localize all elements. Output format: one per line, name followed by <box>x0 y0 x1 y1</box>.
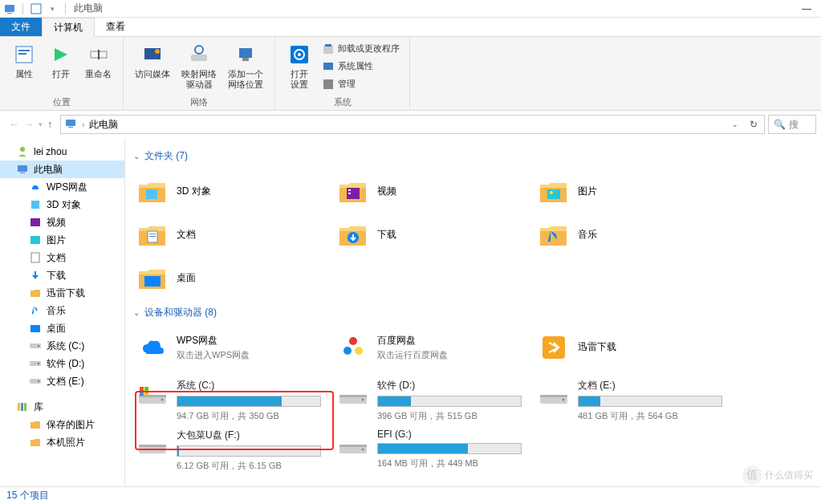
manage-icon <box>322 78 335 91</box>
tree-item[interactable]: 视频 <box>0 213 124 231</box>
tree-user[interactable]: lei zhou <box>0 143 124 161</box>
svg-rect-27 <box>31 201 39 209</box>
svg-rect-61 <box>140 392 144 396</box>
tree-item[interactable]: 图片 <box>0 231 124 249</box>
breadcrumb[interactable]: 此电脑 <box>89 118 118 132</box>
drive-icon <box>136 379 169 411</box>
svg-rect-31 <box>30 325 40 332</box>
svg-rect-62 <box>144 392 148 396</box>
search-input[interactable]: 🔍 搜 <box>768 115 816 134</box>
media-icon <box>140 42 165 67</box>
add-network-location-button[interactable]: 添加一个 网络位置 <box>223 40 268 91</box>
svg-rect-38 <box>18 403 20 411</box>
network-location-icon <box>233 42 258 67</box>
tree-item[interactable]: 软件 (D:) <box>0 355 124 372</box>
tree-libraries[interactable]: 库 <box>0 398 124 416</box>
svg-rect-45 <box>547 189 560 199</box>
recent-dropdown[interactable]: ▾ <box>39 120 43 128</box>
system-properties-button[interactable]: 系统属性 <box>319 58 403 75</box>
pc-icon <box>16 163 29 176</box>
drives-grid: 系统 (C:)94.7 GB 可用，共 350 GB软件 (D:)396 GB … <box>125 372 821 478</box>
search-placeholder: 搜 <box>789 118 799 132</box>
tree-item[interactable]: 文档 (E:) <box>0 372 124 390</box>
forward-button[interactable]: → <box>24 119 34 130</box>
drive-icon <box>337 379 369 411</box>
cloud-drive-item[interactable]: 迅雷下载 <box>534 326 735 369</box>
cloud-icon <box>337 331 369 364</box>
app-icon <box>3 2 16 15</box>
minimize-button[interactable]: — <box>802 3 811 14</box>
rename-button[interactable]: 重命名 <box>80 40 116 81</box>
svg-rect-4 <box>18 50 30 51</box>
folder-icon <box>29 436 42 449</box>
nav-arrows: ← → ▾ ↑ <box>5 119 57 130</box>
address-row: ← → ▾ ↑ › 此电脑 ⌄ ↻ 🔍 搜 <box>0 111 821 138</box>
tree-item[interactable]: 音乐 <box>0 302 124 319</box>
folder-item[interactable]: 文档 <box>133 213 334 256</box>
dropdown-icon[interactable]: ⌄ <box>729 120 742 128</box>
tree-item[interactable]: 迅雷下载 <box>0 284 124 302</box>
group-title: 文件夹 (7) <box>144 149 188 163</box>
drive-icon <box>337 429 369 461</box>
drive-item[interactable]: 文档 (E:)481 GB 可用，共 564 GB <box>534 376 735 425</box>
tree-thispc[interactable]: 此电脑 <box>0 161 124 178</box>
map-drive-button[interactable]: 映射网络 驱动器 <box>177 40 222 91</box>
tab-view[interactable]: 查看 <box>95 18 136 36</box>
folder-item[interactable]: 图片 <box>534 169 735 213</box>
chevron-right-icon[interactable]: › <box>82 120 84 129</box>
uninstall-button[interactable]: 卸载或更改程序 <box>319 40 403 58</box>
cloud-drive-item[interactable]: WPS网盘双击进入WPS网盘 <box>133 326 334 369</box>
properties-button[interactable]: 属性 <box>6 40 42 81</box>
access-media-button[interactable]: 访问媒体 <box>130 40 175 81</box>
tree-label: 库 <box>34 400 43 414</box>
tree-item-icon <box>29 322 42 335</box>
folders-header[interactable]: ⌄ 文件夹 (7) <box>125 146 821 166</box>
tree-item[interactable]: 下载 <box>0 266 124 284</box>
folder-item[interactable]: 3D 对象 <box>133 169 334 213</box>
tree-item[interactable]: 3D 对象 <box>0 196 124 213</box>
folder-item[interactable]: 下载 <box>334 213 534 256</box>
main-area: lei zhou 此电脑 WPS网盘3D 对象视频图片文档下载迅雷下载音乐桌面系… <box>0 138 821 486</box>
svg-rect-73 <box>339 445 367 447</box>
drive-item[interactable]: 软件 (D:)396 GB 可用，共 515 GB <box>334 376 534 425</box>
tree-item[interactable]: 系统 (C:) <box>0 337 124 355</box>
tab-file[interactable]: 文件 <box>0 18 42 36</box>
cloud-drive-item[interactable]: 百度网盘双击运行百度网盘 <box>334 326 534 369</box>
cloud-icon <box>136 331 169 364</box>
svg-point-10 <box>155 49 160 54</box>
tree-label: 文档 (E:) <box>47 375 84 388</box>
tree-item[interactable]: 文档 <box>0 249 124 266</box>
open-icon <box>48 42 74 67</box>
folder-item[interactable]: 桌面 <box>133 256 334 299</box>
svg-rect-43 <box>348 189 351 191</box>
manage-button[interactable]: 管理 <box>319 75 403 93</box>
folder-item[interactable]: 音乐 <box>534 213 735 256</box>
drive-item[interactable]: EFI (G:)164 MB 可用，共 449 MB <box>334 425 534 475</box>
tree-item[interactable]: 桌面 <box>0 319 124 337</box>
tab-computer[interactable]: 计算机 <box>42 18 95 37</box>
tree-item[interactable]: 本机照片 <box>0 433 124 451</box>
open-settings-button[interactable]: 打开 设置 <box>282 40 317 91</box>
up-button[interactable]: ↑ <box>47 119 52 130</box>
tree-item[interactable]: 保存的图片 <box>0 416 124 433</box>
address-bar[interactable]: › 此电脑 ⌄ ↻ <box>60 115 765 134</box>
tree-item[interactable]: WPS网盘 <box>0 178 124 196</box>
qat-dropdown-icon[interactable]: ▾ <box>46 2 59 15</box>
drive-label: EFI (G:) <box>377 429 531 440</box>
drive-label: 系统 (C:) <box>177 379 331 392</box>
svg-point-17 <box>298 53 301 56</box>
drive-capacity-bar <box>177 396 321 407</box>
drive-item[interactable]: 大包菜U盘 (F:)6.12 GB 可用，共 6.15 GB <box>133 425 334 475</box>
tree-item-icon <box>29 181 42 193</box>
drive-item[interactable]: 系统 (C:)94.7 GB 可用，共 350 GB <box>133 376 334 425</box>
open-button[interactable]: 打开 <box>43 40 79 81</box>
ribbon-group-label: 位置 <box>6 95 116 108</box>
folder-item[interactable]: 视频 <box>334 169 534 213</box>
refresh-button[interactable]: ↻ <box>746 119 761 130</box>
drive-capacity-bar <box>377 396 522 407</box>
back-button[interactable]: ← <box>10 119 19 130</box>
qat-properties-icon[interactable] <box>30 2 43 15</box>
tree-label: 迅雷下载 <box>47 287 85 300</box>
drives-header[interactable]: ⌄ 设备和驱动器 (8) <box>125 303 821 323</box>
tree-item-icon <box>29 339 42 352</box>
